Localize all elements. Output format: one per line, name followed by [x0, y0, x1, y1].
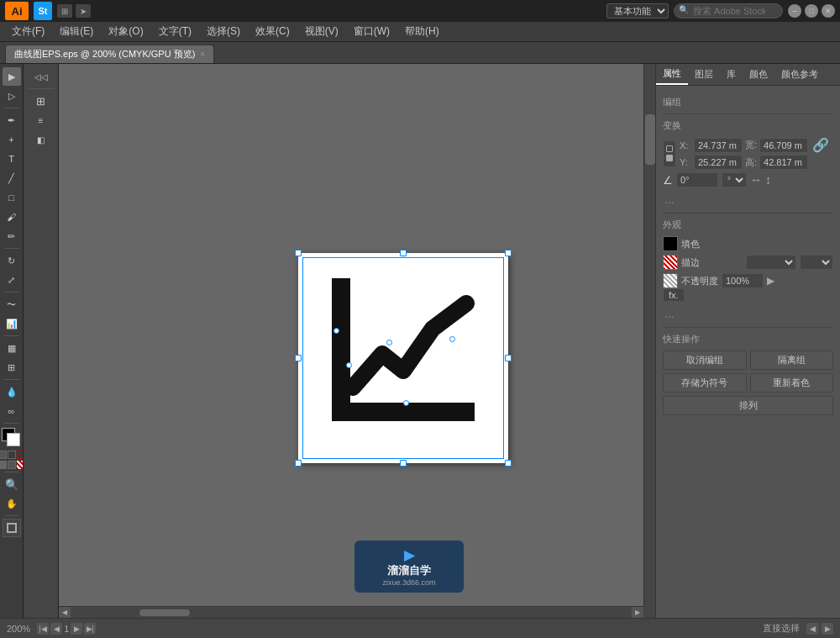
pencil-tool[interactable]: ✏ — [3, 227, 21, 245]
direct-select-tool[interactable]: ▷ — [3, 87, 21, 105]
send-icon[interactable]: ➤ — [76, 4, 91, 18]
handle-bottom-right[interactable] — [505, 460, 512, 467]
scroll-right-btn[interactable]: ▶ — [632, 607, 643, 619]
grid-icon[interactable]: ⊞ — [57, 4, 72, 18]
view-mode-3[interactable] — [17, 461, 24, 469]
handle-top-right[interactable] — [505, 250, 512, 256]
minimize-button[interactable]: ─ — [788, 4, 801, 18]
view-mode-2[interactable] — [8, 461, 16, 469]
chain-icon[interactable]: 🔗 — [812, 137, 829, 153]
menu-window[interactable]: 窗口(W) — [347, 23, 396, 40]
fx-button[interactable]: fx. — [663, 288, 685, 302]
document-tab[interactable]: 曲线图EPS.eps @ 200% (CMYK/GPU 预览) × — [5, 45, 214, 63]
y-input[interactable] — [694, 155, 743, 170]
panel-tab-color-ref[interactable]: 颜色参考 — [774, 65, 825, 84]
tool-separator-8 — [4, 515, 19, 516]
scroll-track-h[interactable] — [72, 609, 630, 616]
warp-tool[interactable]: 〜 — [3, 295, 21, 314]
color-swatches[interactable] — [2, 428, 22, 448]
menu-text[interactable]: 文字(T) — [152, 23, 198, 40]
fill-mode[interactable] — [8, 451, 16, 459]
menu-select[interactable]: 选择(S) — [200, 23, 247, 40]
close-button[interactable]: ✕ — [822, 4, 835, 18]
appearance-more-btn[interactable]: ... — [663, 305, 833, 322]
zoom-tool[interactable]: 🔍 — [3, 475, 21, 493]
transform-more-btn[interactable]: ... — [663, 191, 833, 208]
opacity-input[interactable] — [722, 273, 764, 288]
pen-tool[interactable]: ✒ — [3, 111, 21, 129]
collapse-btn[interactable]: ◁◁ — [26, 67, 56, 86]
menu-help[interactable]: 帮助(H) — [398, 23, 446, 40]
horizontal-scrollbar[interactable]: ◀ ▶ — [59, 606, 643, 618]
opacity-swatch[interactable] — [663, 273, 678, 288]
page-first-btn[interactable]: |◀ — [37, 623, 49, 635]
hand-tool[interactable]: ✋ — [3, 494, 21, 513]
align-btn[interactable]: ≡ — [26, 111, 56, 129]
save-symbol-button[interactable]: 存储为符号 — [663, 373, 747, 393]
status-prev-btn[interactable]: ◀ — [806, 623, 818, 635]
stroke-select[interactable] — [746, 255, 796, 270]
menu-effect[interactable]: 效果(C) — [249, 23, 297, 40]
isolate-button[interactable]: 隔离组 — [750, 351, 834, 370]
blend-tool[interactable]: ∞ — [3, 402, 21, 420]
artboard-tool[interactable] — [3, 519, 21, 537]
menu-view[interactable]: 视图(V) — [298, 23, 345, 40]
handle-bottom-middle[interactable] — [400, 460, 407, 467]
rotate-tool[interactable]: ↻ — [3, 251, 21, 270]
flip-v-btn[interactable]: ↕ — [765, 173, 771, 187]
handle-top-middle[interactable] — [400, 250, 407, 256]
x-input[interactable] — [694, 138, 743, 153]
w-input[interactable] — [759, 138, 808, 153]
view-mode-1[interactable] — [0, 461, 7, 469]
arrange-button[interactable]: 排列 — [663, 396, 833, 415]
tab-close-button[interactable]: × — [200, 50, 205, 59]
angle-input[interactable] — [676, 172, 718, 187]
page-prev-btn[interactable]: ◀ — [50, 623, 62, 635]
handle-top-left[interactable] — [295, 250, 302, 256]
panel-tab-color[interactable]: 颜色 — [743, 65, 774, 84]
angle-select[interactable]: ° — [722, 172, 747, 187]
panel-tab-properties[interactable]: 属性 — [656, 64, 688, 85]
watermark-url: zixue.3d66.com — [382, 578, 435, 587]
transform-btn[interactable]: ⊞ — [26, 92, 56, 110]
status-next-btn[interactable]: ▶ — [822, 623, 833, 635]
handle-middle-left[interactable] — [295, 355, 302, 361]
menu-object[interactable]: 对象(O) — [102, 23, 150, 40]
ungroup-button[interactable]: 取消编组 — [663, 351, 747, 370]
add-anchor-tool[interactable]: + — [3, 130, 21, 149]
menu-file[interactable]: 文件(F) — [5, 23, 51, 40]
type-tool[interactable]: T — [3, 150, 21, 168]
page-last-btn[interactable]: ▶| — [84, 623, 96, 635]
eyedropper-tool[interactable]: 💧 — [3, 382, 21, 401]
select-tool[interactable]: ▶ — [3, 67, 21, 86]
menu-edit[interactable]: 编辑(E) — [53, 23, 100, 40]
stroke-type-select[interactable] — [800, 255, 833, 270]
rect-tool[interactable]: □ — [3, 188, 21, 207]
handle-middle-right[interactable] — [505, 355, 512, 361]
vertical-scrollbar[interactable] — [643, 64, 655, 606]
scroll-left-btn[interactable]: ◀ — [59, 607, 71, 619]
paintbrush-tool[interactable]: 🖌 — [3, 208, 21, 226]
maximize-button[interactable]: □ — [805, 4, 818, 18]
workspace-select[interactable]: 基本功能 — [606, 3, 669, 18]
gradient-tool[interactable]: ▦ — [3, 339, 21, 357]
fill-swatch[interactable] — [663, 236, 678, 251]
recolor-button[interactable]: 重新着色 — [750, 373, 834, 393]
h-input[interactable] — [759, 155, 808, 170]
scale-tool[interactable]: ⤢ — [3, 271, 21, 289]
handle-bottom-left[interactable] — [295, 460, 302, 467]
canvas-area[interactable]: ◀ ▶ ▶ 溜溜自学 zixue.3d66.com — [59, 64, 655, 618]
stock-search-input[interactable] — [674, 3, 783, 18]
page-next-btn[interactable]: ▶ — [71, 623, 82, 635]
opacity-expand-btn[interactable]: ▶ — [767, 275, 774, 287]
stroke-swatch[interactable] — [663, 255, 678, 270]
pathfinder-btn[interactable]: ◧ — [26, 130, 56, 149]
flip-h-btn[interactable]: ↔ — [750, 173, 762, 187]
no-fill-mode[interactable] — [17, 451, 24, 459]
graph-tool[interactable]: 📊 — [3, 314, 21, 333]
panel-tab-layers[interactable]: 图层 — [688, 65, 720, 84]
panel-tab-library[interactable]: 库 — [720, 65, 743, 84]
line-tool[interactable]: ╱ — [3, 169, 21, 187]
mesh-tool[interactable]: ⊞ — [3, 358, 21, 377]
normal-mode[interactable] — [0, 451, 7, 459]
